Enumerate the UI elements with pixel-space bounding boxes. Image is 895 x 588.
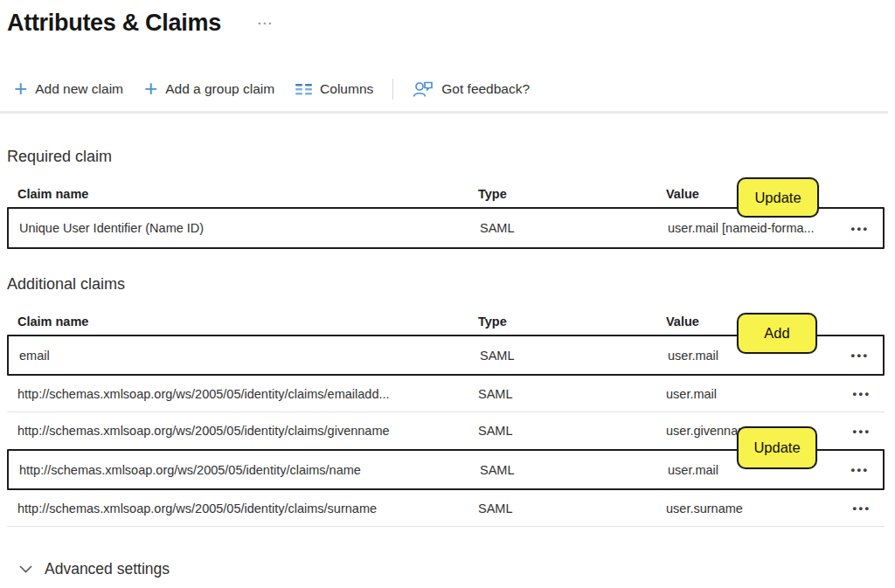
add-group-claim-label: Add a group claim xyxy=(165,81,274,97)
advanced-settings-label: Advanced settings xyxy=(45,560,170,578)
value-cell: user.surname xyxy=(666,502,843,515)
table-row-emailaddress: http://schemas.xmlsoap.org/ws/2005/05/id… xyxy=(7,376,885,412)
column-header-claim-name: Claim name xyxy=(17,315,478,329)
claim-name-cell[interactable]: email xyxy=(19,349,480,363)
row-context-menu-icon[interactable]: ••• xyxy=(843,425,885,438)
chevron-down-icon xyxy=(19,565,32,573)
attributes-claims-page: Attributes & Claims ··· + Add new claim … xyxy=(0,0,895,588)
value-cell: user.mail xyxy=(666,387,843,401)
toolbar-separator xyxy=(392,79,393,100)
row-context-menu-icon[interactable]: ••• xyxy=(841,222,883,235)
claim-name-cell[interactable]: http://schemas.xmlsoap.org/ws/2005/05/id… xyxy=(17,502,478,515)
table-row-surname: http://schemas.xmlsoap.org/ws/2005/05/id… xyxy=(7,490,885,527)
got-feedback-button[interactable]: Got feedback? xyxy=(413,80,530,98)
additional-claims-heading: Additional claims xyxy=(7,275,895,294)
more-options-icon[interactable]: ··· xyxy=(258,16,274,31)
feedback-person-icon xyxy=(413,80,434,98)
claim-name-cell[interactable]: http://schemas.xmlsoap.org/ws/2005/05/id… xyxy=(19,463,480,477)
type-cell: SAML xyxy=(480,221,668,235)
annotation-add-email-claim: Add xyxy=(737,313,817,354)
row-context-menu-icon[interactable]: ••• xyxy=(841,349,883,362)
claim-name-cell[interactable]: Unique User Identifier (Name ID) xyxy=(19,221,480,235)
annotation-update-name-claim: Update xyxy=(737,426,817,469)
value-cell: user.mail [nameid-forma... xyxy=(668,221,841,235)
command-bar: + Add new claim + Add a group claim Colu… xyxy=(14,75,895,103)
column-header-claim-name: Claim name xyxy=(17,187,478,201)
type-cell: SAML xyxy=(480,463,668,477)
row-context-menu-icon[interactable]: ••• xyxy=(843,502,885,515)
type-cell: SAML xyxy=(480,349,668,363)
plus-icon: + xyxy=(144,80,157,97)
add-group-claim-button[interactable]: + Add a group claim xyxy=(144,80,274,98)
column-header-type: Type xyxy=(478,315,666,329)
toolbar-divider xyxy=(0,111,888,114)
column-header-type: Type xyxy=(478,187,666,201)
page-title: Attributes & Claims xyxy=(7,10,221,37)
annotation-update-required-claim: Update xyxy=(737,177,819,218)
claim-name-cell[interactable]: http://schemas.xmlsoap.org/ws/2005/05/id… xyxy=(17,424,478,438)
columns-label: Columns xyxy=(320,81,373,97)
type-cell: SAML xyxy=(478,387,666,401)
columns-button[interactable]: Columns xyxy=(295,81,373,97)
required-claim-heading: Required claim xyxy=(7,148,895,166)
claim-name-cell[interactable]: http://schemas.xmlsoap.org/ws/2005/05/id… xyxy=(17,387,478,401)
advanced-settings-toggle[interactable]: Advanced settings xyxy=(19,560,170,578)
add-new-claim-label: Add new claim xyxy=(35,81,123,97)
row-context-menu-icon[interactable]: ••• xyxy=(843,387,885,400)
page-header: Attributes & Claims ··· xyxy=(0,0,895,37)
got-feedback-label: Got feedback? xyxy=(441,81,530,97)
add-new-claim-button[interactable]: + Add new claim xyxy=(14,80,123,98)
row-context-menu-icon[interactable]: ••• xyxy=(841,463,883,476)
plus-icon: + xyxy=(14,80,27,97)
columns-icon xyxy=(295,83,312,96)
type-cell: SAML xyxy=(478,424,666,438)
type-cell: SAML xyxy=(478,502,666,515)
